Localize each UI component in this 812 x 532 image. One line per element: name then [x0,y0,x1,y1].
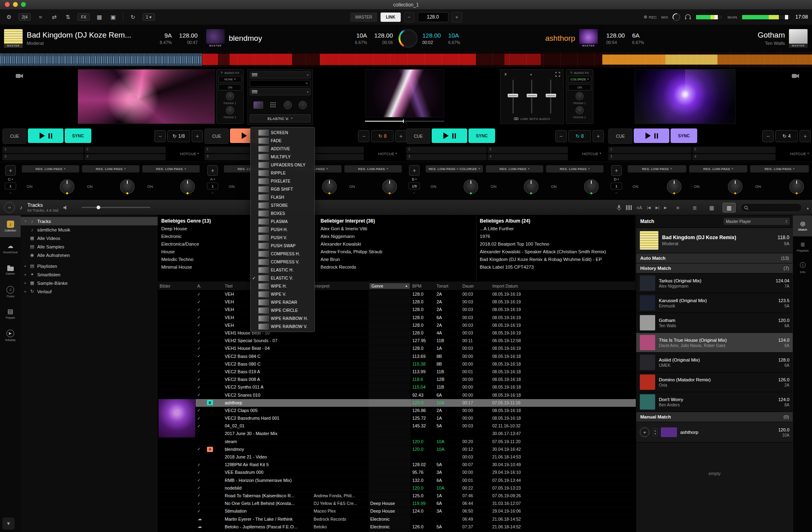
cue-volume-meter[interactable] [696,15,723,20]
col-tonart[interactable]: Tonart [435,284,461,288]
fx-on-label[interactable]: ON [27,184,32,189]
deck-a-hotcue-pad-1[interactable]: 1 [2,147,84,153]
fx-on-label[interactable]: ON [229,184,234,189]
deck-c-hotcue-pad-1[interactable]: 1 [406,147,487,153]
collapse-browser-icon[interactable]: ▴ [807,206,809,210]
table-row[interactable]: ✓☁ A blendmoy 120.0 10A 00:12 30.04.19-1… [158,446,636,453]
fx-param1-knob[interactable] [226,92,234,100]
fx-amount-knob[interactable] [60,179,74,194]
filter-item[interactable]: Bad Kingdom (DJ Koze Remix & Robag Wruhm… [477,256,635,263]
table-row[interactable]: ✓☁ VEH 128.0 2A 00:03 08.05.19-16:19 [158,290,636,298]
deck-layout-toggle[interactable]: 2|4 [19,13,31,21]
fx-beats-minus[interactable]: − [211,191,214,195]
deck-d-hotcue-pad-4[interactable]: 4 [692,154,776,160]
tempo-plus-button[interactable]: + [451,12,462,22]
table-row[interactable]: ✓☁ VEH 128.0 2A 00:03 08.05.19-16:19 [158,322,636,329]
deck-d-hotcue-pad-2[interactable]: 2 [692,147,776,153]
fx-panel-toggle[interactable]: FX [78,13,89,21]
video-mode-icon[interactable]: ▣ [109,14,117,20]
video-text-input[interactable]: ✎ [250,80,310,87]
deck-b-loop-size[interactable]: ↻8 [371,130,394,142]
view-columns-button[interactable]: ▥ [723,203,736,212]
view-list-button[interactable]: ≡ [672,203,684,212]
history-match-item[interactable]: This Is True House (Original Mix) David … [636,333,793,353]
col-interpret[interactable]: Interpret [312,284,369,288]
table-row[interactable]: ✓☁ 128BPM Air Raid Kit 5 128.02 5A 00:07… [158,461,636,469]
blend-mode-item[interactable]: ✓ PIXELATE [251,177,314,185]
blend-mode-item[interactable]: ✓ WIPE V. [251,290,314,298]
tree-item-tracks[interactable]: ▾ ♪ Tracks [21,217,158,225]
disclosure-icon[interactable]: ▸ [24,273,27,276]
blend-mode-item[interactable]: ✓ PLASMA [251,217,314,225]
camera-icon[interactable] [15,73,23,79]
deck-d-loop-halve-button[interactable]: − [762,130,774,142]
filter-item[interactable]: Black Label 105 CPT4273 [477,263,635,271]
main-volume-meter[interactable] [742,15,791,20]
table-row[interactable]: ✓☁ Betoko - Jupiterness (Pascal F.E.O...… [158,523,636,531]
deck-c-loop-double-button[interactable]: + [593,130,604,142]
match-current-track[interactable]: Bad Kingdom (DJ Koze Remix) Moderat 118.… [636,227,793,253]
deck-c-waveform[interactable] [398,52,602,67]
keyboard-icon[interactable]: ≈ [36,14,44,20]
contrast-icon[interactable]: ◐ [530,72,533,77]
disclosure-icon[interactable]: ▸ [24,281,27,285]
deck-a-bpm[interactable]: 128.00 [179,32,198,39]
blend-mode-item[interactable]: ✓ ELASTIC H. [251,266,314,274]
table-row[interactable]: ✓☁ 04_02_01 145.32 5A 00:03 02.11.16-10:… [158,422,636,430]
blend-mode-item[interactable]: ✓ COMPRESS V. [251,258,314,266]
deck-a-hotcue-pad-3[interactable]: 3 [2,154,84,160]
col-genre-sorted[interactable]: Genre▲ [369,283,410,289]
deck-d-loop-size[interactable]: ↻4 [775,130,798,142]
filter-item[interactable]: Alexander Kowalski - Speaker Attack (Chr… [477,248,635,256]
deck-c-bpm[interactable]: 128.00 [422,32,441,39]
table-row[interactable]: ✓☁ VEC2 Bass 008 A 118.6 12B 00:00 08.05… [158,376,636,383]
filter-item[interactable]: ...A Little Further [477,225,635,233]
disclosure-icon[interactable]: ▾ [24,219,27,223]
camera-icon[interactable] [791,73,799,79]
table-row[interactable]: ✓☁ No One Gets Left Behind (Konsta... DJ… [158,500,636,507]
loop-snap-icon[interactable]: ↻ [129,14,137,20]
fx-effect-select[interactable]: RES. LOW-PASS + COLORIZE▾ [426,165,483,172]
fx-param1-knob[interactable] [576,92,584,100]
zoom-button[interactable] [21,2,26,7]
table-row[interactable]: ✓☁ VEC2 Snares 010 92.43 6A 00:00 08.05.… [158,391,636,399]
tab-info[interactable]: ⓘ Info [793,257,812,278]
deck-a-cue-button[interactable]: CUE [2,128,27,144]
auto-match-section-header[interactable]: Auto Match(13) [636,253,793,263]
filter-item[interactable]: 2018.02 Beatport Top 100 Techno [477,240,635,248]
blend-mode-item[interactable]: ✓ STROBE [251,201,314,209]
col-import[interactable]: Import Datum [491,284,547,288]
filter-item[interactable]: Ane Brun [317,256,476,263]
sort-az-icon[interactable]: ≡A [637,205,642,210]
video-slider-3[interactable] [550,80,551,114]
table-row[interactable]: ✓☁ Road To Tabernas (Kaiserdisco R... An… [158,492,636,500]
tree-item-alle-samples[interactable]: ▤ Alle Samples [21,242,158,251]
jog-wheel[interactable] [398,28,418,48]
blend-mode-item[interactable]: ✓ RIPPLE [251,169,314,177]
deck-c-hotcue-pad-3[interactable]: 3 [406,154,487,160]
table-row[interactable]: ✓☁ VEH2 Special Sounds - 07 127.95 11B 0… [158,337,636,345]
table-row[interactable]: ✓☁ VEH 128.0 2A 00:03 08.05.19-16:19 [158,306,636,313]
fx-effect-select[interactable]: RES. LOW-PASS▾ [689,165,748,172]
history-match-item[interactable]: Karussell (Original Mix) Einmusik 123.5 … [636,293,793,313]
deck-d-loop-double-button[interactable]: + [799,130,811,142]
disclosure-icon[interactable]: ▸ [24,264,27,268]
deck-b-waveform[interactable] [202,52,398,67]
filter-item[interactable]: 1976 [477,233,635,240]
pads-grid-icon[interactable]: ▦ [95,14,103,20]
fx-effect-select[interactable]: RES. LOW-PASS▾ [486,165,543,172]
blend-mode-item[interactable]: ✓ FLASH [251,193,314,201]
fx-beats-minus[interactable]: − [9,191,12,195]
table-row[interactable]: ✓☁ RMB - Horizon (Summerrave Mix) 132.0 … [158,477,636,484]
deck-a-hotcue-pad-4[interactable]: 4 [84,154,166,160]
fx-on-label[interactable]: ON [551,184,557,189]
scrubber-handle[interactable] [403,120,404,123]
fx-beats-value[interactable]: 1 [207,183,218,189]
blend-mode-item[interactable]: ✓ UPFADERS ONLY [251,161,314,169]
history-match-section-header[interactable]: History Match(7) [636,263,793,273]
filter-item[interactable]: Alex Gori & Imerio Vitti [317,225,476,233]
tree-item-saemtliche-musik[interactable]: ♪ sämtliche Musik [21,225,158,234]
blend-mode-item[interactable]: ✓ WIPE RADAR [251,298,314,306]
master-tempo-button[interactable]: MASTER [350,13,378,22]
blend-mode-item[interactable]: ✓ ADDITIVE [251,145,314,153]
